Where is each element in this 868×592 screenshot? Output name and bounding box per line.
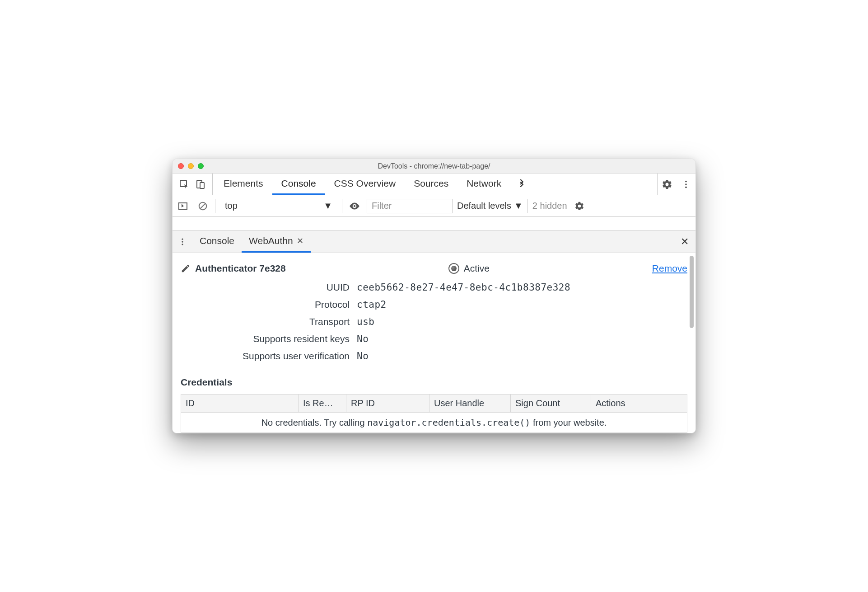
tab-elements[interactable]: Elements: [215, 174, 272, 195]
dropdown-caret-icon: ▼: [323, 201, 332, 211]
window-close-button[interactable]: [178, 163, 184, 169]
col-actions[interactable]: Actions: [591, 395, 687, 412]
console-settings-gear-icon[interactable]: [572, 198, 587, 214]
device-toggle-icon[interactable]: [193, 177, 208, 192]
inspect-element-icon[interactable]: [177, 177, 191, 192]
tabs-overflow-button[interactable]: [510, 174, 533, 195]
authenticator-name: Authenticator 7e328: [195, 263, 286, 274]
execution-context-select[interactable]: top ▼: [220, 198, 337, 214]
user-verification-value: No: [357, 351, 687, 362]
authenticator-header: Authenticator 7e328 Active Remove: [181, 260, 687, 282]
more-menu-icon[interactable]: [677, 177, 695, 192]
empty-code: navigator.credentials.create(): [367, 417, 530, 428]
drawer-tab-console[interactable]: Console: [192, 230, 242, 253]
svg-line-8: [201, 203, 205, 208]
webauthn-panel: Authenticator 7e328 Active Remove UUID c…: [173, 253, 695, 433]
drawer-tab-label: WebAuthn: [249, 235, 293, 246]
active-radio-group[interactable]: Active: [448, 263, 490, 274]
credentials-header-row: ID Is Re… RP ID User Handle Sign Count A…: [181, 395, 687, 413]
main-toolbar: Elements Console CSS Overview Sources Ne…: [173, 174, 695, 195]
drawer-tabstrip: Console WebAuthn ✕ ✕: [173, 230, 695, 253]
window-titlebar: DevTools - chrome://new-tab-page/: [173, 159, 695, 174]
drawer-tab-label: Console: [200, 235, 234, 246]
drawer-more-icon[interactable]: [173, 230, 192, 253]
svg-rect-2: [200, 183, 204, 188]
live-expression-eye-icon[interactable]: [347, 198, 362, 214]
uuid-value: ceeb5662-8e27-4e47-8ebc-4c1b8387e328: [357, 282, 687, 293]
transport-value: usb: [357, 316, 687, 327]
col-id[interactable]: ID: [181, 395, 299, 412]
svg-point-11: [182, 241, 183, 242]
console-sidebar-toggle-icon[interactable]: [175, 198, 191, 214]
credentials-empty-message: No credentials. Try calling navigator.cr…: [181, 413, 687, 432]
context-label: top: [225, 201, 238, 211]
svg-point-3: [685, 180, 687, 182]
active-radio-icon[interactable]: [448, 263, 459, 274]
tab-network[interactable]: Network: [457, 174, 510, 195]
levels-label: Default levels: [457, 201, 511, 211]
active-label: Active: [464, 263, 490, 274]
credentials-heading: Credentials: [181, 373, 687, 394]
drawer-tab-webauthn[interactable]: WebAuthn ✕: [242, 230, 311, 253]
traffic-lights: [178, 163, 204, 169]
resident-keys-label: Supports resident keys: [181, 334, 357, 344]
empty-suffix: from your website.: [530, 418, 607, 428]
transport-label: Transport: [181, 316, 357, 327]
protocol-value: ctap2: [357, 299, 687, 310]
clear-console-icon[interactable]: [195, 198, 210, 214]
window-zoom-button[interactable]: [198, 163, 204, 169]
console-output-area[interactable]: [173, 217, 695, 230]
empty-prefix: No credentials. Try calling: [261, 418, 368, 428]
close-drawer-icon[interactable]: ✕: [674, 230, 695, 253]
tab-console[interactable]: Console: [272, 174, 325, 195]
svg-point-12: [182, 244, 183, 245]
console-filter-input[interactable]: [367, 199, 453, 213]
close-tab-icon[interactable]: ✕: [297, 236, 303, 246]
tab-css-overview[interactable]: CSS Overview: [325, 174, 405, 195]
protocol-label: Protocol: [181, 299, 357, 310]
col-is-resident[interactable]: Is Re…: [299, 395, 346, 412]
window-minimize-button[interactable]: [188, 163, 194, 169]
scrollbar-thumb[interactable]: [690, 256, 694, 328]
authenticator-details: UUID ceeb5662-8e27-4e47-8ebc-4c1b8387e32…: [181, 282, 687, 373]
svg-point-4: [685, 183, 687, 185]
col-sign-count[interactable]: Sign Count: [511, 395, 591, 412]
devtools-window: DevTools - chrome://new-tab-page/ Elemen…: [172, 159, 696, 433]
col-rp-id[interactable]: RP ID: [346, 395, 429, 412]
tab-sources[interactable]: Sources: [405, 174, 457, 195]
resident-keys-value: No: [357, 334, 687, 344]
remove-authenticator-link[interactable]: Remove: [652, 263, 687, 274]
svg-point-9: [354, 205, 355, 207]
credentials-table: ID Is Re… RP ID User Handle Sign Count A…: [181, 394, 687, 433]
svg-point-10: [182, 238, 183, 240]
col-user-handle[interactable]: User Handle: [429, 395, 511, 412]
main-tabs: Elements Console CSS Overview Sources Ne…: [213, 174, 657, 195]
user-verification-label: Supports user verification: [181, 351, 357, 362]
edit-pencil-icon[interactable]: [181, 263, 191, 273]
hidden-messages-count[interactable]: 2 hidden: [532, 201, 567, 211]
log-levels-select[interactable]: Default levels ▼: [457, 201, 523, 211]
window-title: DevTools - chrome://new-tab-page/: [173, 162, 695, 170]
settings-gear-icon[interactable]: [658, 177, 677, 192]
svg-point-5: [685, 186, 687, 188]
console-filter-bar: top ▼ Default levels ▼ 2 hidden: [173, 195, 695, 217]
dropdown-caret-icon: ▼: [514, 201, 523, 211]
uuid-label: UUID: [181, 282, 357, 293]
